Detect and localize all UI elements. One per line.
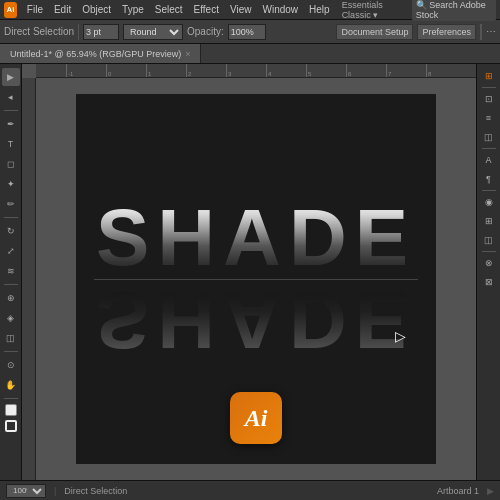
menu-select[interactable]: Select	[150, 4, 188, 15]
shade-main-text: SHADE	[96, 198, 416, 278]
ai-logo-text: Ai	[245, 405, 268, 432]
ruler-horizontal: -1 0 1 2 3 4 5 6 7 8	[36, 64, 476, 78]
ruler-mark: -1	[66, 64, 73, 78]
tool-divider-5	[4, 398, 18, 399]
right-panel: ⊞ ⊡ ≡ ◫ A ¶ ◉ ⊞ ◫ ⊗ ⊠	[476, 64, 500, 480]
menu-window[interactable]: Window	[257, 4, 303, 15]
transform-icon[interactable]: ⊡	[481, 91, 497, 107]
ruler-mark: 5	[306, 64, 311, 78]
tool-divider-1	[4, 110, 18, 111]
pathfinder-icon[interactable]: ◫	[481, 129, 497, 145]
paragraph-icon[interactable]: ¶	[481, 171, 497, 187]
rpanel-divider-1	[482, 87, 496, 88]
eyedropper-tool-icon[interactable]: ◈	[2, 309, 20, 327]
ruler-mark: 8	[426, 64, 431, 78]
tool-name-label: Direct Selection	[4, 26, 74, 37]
swatches-icon[interactable]: ⊞	[481, 213, 497, 229]
stroke-width-input[interactable]	[83, 24, 119, 40]
layers-icon[interactable]: ⊗	[481, 255, 497, 271]
selection-tool-icon[interactable]: ▶	[2, 68, 20, 86]
gradient-panel-icon[interactable]: ◫	[481, 232, 497, 248]
menu-file[interactable]: File	[22, 4, 48, 15]
ruler-mark: 0	[106, 64, 111, 78]
zoom-tool-icon[interactable]: ⊙	[2, 356, 20, 374]
tool-divider-2	[4, 217, 18, 218]
status-tool-name: Direct Selection	[64, 486, 127, 496]
stroke-color-icon[interactable]	[5, 420, 17, 432]
toolbar: Direct Selection Round Miter Opacity: Do…	[0, 20, 500, 44]
menu-effect[interactable]: Effect	[189, 4, 224, 15]
menu-type[interactable]: Type	[117, 4, 149, 15]
canvas-content: SHADE SHADE Ai ▷	[36, 78, 476, 480]
menu-object[interactable]: Object	[77, 4, 116, 15]
menu-view[interactable]: View	[225, 4, 257, 15]
cursor-icon: ▷	[395, 328, 406, 344]
scale-tool-icon[interactable]: ⤢	[2, 242, 20, 260]
tool-divider-3	[4, 284, 18, 285]
pencil-tool-icon[interactable]: ✏	[2, 195, 20, 213]
ruler-mark: 1	[146, 64, 151, 78]
tool-divider-4	[4, 351, 18, 352]
artboard: SHADE SHADE Ai ▷	[76, 94, 436, 464]
artboard-info: Artboard 1	[437, 486, 479, 496]
color-icon[interactable]: ◉	[481, 194, 497, 210]
rotate-tool-icon[interactable]: ↻	[2, 222, 20, 240]
search-stock[interactable]: 🔍 Search Adobe Stock	[412, 0, 496, 21]
ruler-mark: 2	[186, 64, 191, 78]
ruler-mark: 7	[386, 64, 391, 78]
ai-logo: Ai	[230, 392, 282, 444]
tab-title: Untitled-1* @ 65.94% (RGB/GPU Preview)	[10, 49, 181, 59]
left-toolbar: ▶ ◂ ✒ T ◻ ✦ ✏ ↻ ⤢ ≋ ⊕ ◈ ◫ ⊙ ✋	[0, 64, 22, 480]
artboards-icon[interactable]: ⊠	[481, 274, 497, 290]
paintbrush-tool-icon[interactable]: ✦	[2, 175, 20, 193]
menu-bar: Ai File Edit Object Type Select Effect V…	[0, 0, 500, 20]
blend-tool-icon[interactable]: ⊕	[2, 289, 20, 307]
ruler-mark: 4	[266, 64, 271, 78]
warp-tool-icon[interactable]: ≋	[2, 262, 20, 280]
pen-tool-icon[interactable]: ✒	[2, 115, 20, 133]
preferences-btn[interactable]: Preferences	[417, 24, 476, 40]
opacity-label: Opacity:	[187, 26, 224, 37]
shape-tool-icon[interactable]: ◻	[2, 155, 20, 173]
opacity-input[interactable]	[228, 24, 266, 40]
properties-panel-icon[interactable]: ⊞	[481, 68, 497, 84]
essentials-label: Essentials Classic ▾	[337, 0, 411, 20]
menu-edit[interactable]: Edit	[49, 4, 76, 15]
direct-selection-tool-icon[interactable]: ◂	[2, 88, 20, 106]
align-icon[interactable]: ≡	[481, 110, 497, 126]
canvas-area[interactable]: -1 0 1 2 3 4 5 6 7 8 SHADE SHADE Ai	[22, 64, 476, 480]
shade-reflection-text: SHADE	[96, 280, 416, 360]
tab-close-btn[interactable]: ×	[185, 49, 190, 59]
hand-tool-icon[interactable]: ✋	[2, 376, 20, 394]
rpanel-divider-3	[482, 190, 496, 191]
zoom-select[interactable]: 100% 65.94% 50%	[6, 484, 46, 498]
ruler-vertical	[22, 78, 36, 480]
menu-help[interactable]: Help	[304, 4, 335, 15]
type-tool-icon[interactable]: T	[2, 135, 20, 153]
stroke-type-select[interactable]: Round Miter	[123, 24, 183, 40]
document-tab[interactable]: Untitled-1* @ 65.94% (RGB/GPU Preview) ×	[0, 44, 201, 63]
fill-color-icon[interactable]	[5, 404, 17, 416]
tab-bar: Untitled-1* @ 65.94% (RGB/GPU Preview) ×	[0, 44, 500, 64]
main-layout: ▶ ◂ ✒ T ◻ ✦ ✏ ↻ ⤢ ≋ ⊕ ◈ ◫ ⊙ ✋ -1 0 1 2 3…	[0, 64, 500, 480]
ruler-mark: 3	[226, 64, 231, 78]
ruler-mark: 6	[346, 64, 351, 78]
character-icon[interactable]: A	[481, 152, 497, 168]
doc-setup-btn[interactable]: Document Setup	[336, 24, 413, 40]
horizontal-divider	[94, 279, 418, 280]
rpanel-divider-2	[482, 148, 496, 149]
rpanel-divider-4	[482, 251, 496, 252]
app-icon: Ai	[4, 2, 17, 18]
gradient-tool-icon[interactable]: ◫	[2, 329, 20, 347]
status-bar: 100% 65.94% 50% | Direct Selection Artbo…	[0, 480, 500, 500]
